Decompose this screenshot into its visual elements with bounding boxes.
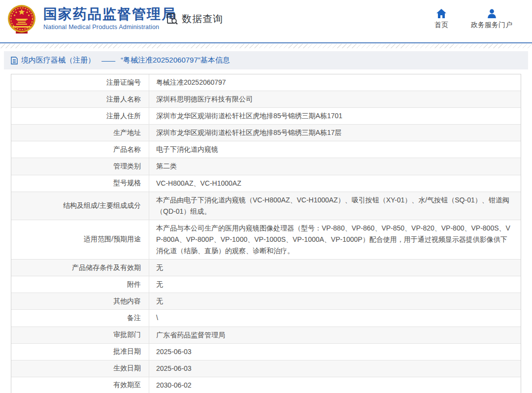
row-label: 有效期至 bbox=[11, 377, 149, 393]
row-value: 2025-06-03 bbox=[149, 344, 521, 360]
breadcrumb-title: “粤械注准20252060797”基本信息 bbox=[121, 56, 230, 65]
content-panel: 境内医疗器械（注册） —— “粤械注准20252060797”基本信息 注册证编… bbox=[4, 51, 528, 393]
row-label-text: 管理类别 bbox=[113, 162, 141, 171]
nav-item-portal[interactable]: 政务服务门户 bbox=[471, 9, 512, 30]
org-title-block: 国家药品监督管理局 National Medical Products Admi… bbox=[43, 6, 176, 31]
row-value-text: 深圳科思明德医疗科技有限公司 bbox=[156, 94, 253, 105]
table-row: 审批部门广东省药品监督管理局 bbox=[11, 327, 521, 344]
table-row: 型号规格VC-H800AZ、VC-H1000AZ bbox=[11, 175, 521, 192]
table-row: 注册证编号粤械注准20252060797 bbox=[11, 74, 521, 91]
table-row: 注册人名称深圳科思明德医疗科技有限公司 bbox=[11, 91, 521, 108]
home-icon bbox=[436, 9, 446, 18]
row-value: 深圳市龙华区观湖街道松轩社区虎地排85号锦绣三期A栋17层 bbox=[149, 125, 521, 141]
row-label: 适用范围/预期用途 bbox=[11, 220, 149, 259]
row-value-text: 无 bbox=[156, 262, 163, 273]
row-value-text: 本产品由电子下消化道内窥镜（VC-H800AZ、VC-H1000AZ）、吸引按钮… bbox=[156, 195, 512, 217]
table-row: 产品名称电子下消化道内窥镜 bbox=[11, 141, 521, 158]
table-row: 适用范围/预期用途本产品与本公司生产的医用内窥镜图像处理器（型号：VP-880、… bbox=[11, 220, 521, 260]
row-label: 注册人名称 bbox=[11, 91, 149, 107]
row-value-text: \ bbox=[156, 312, 158, 324]
site-header: 国家药品监督管理局 National Medical Products Admi… bbox=[0, 0, 532, 43]
document-icon bbox=[11, 57, 18, 65]
nav-home-label: 首页 bbox=[434, 21, 448, 30]
row-value-text: 第二类 bbox=[156, 161, 177, 172]
row-label-text: 批准日期 bbox=[113, 347, 141, 356]
row-value: 本产品与本公司生产的医用内窥镜图像处理器（型号：VP-880、VP-860、VP… bbox=[149, 220, 521, 259]
row-label: 审批部门 bbox=[11, 327, 149, 343]
row-value-text: 2030-06-02 bbox=[156, 380, 192, 391]
table-row: 有效期至2030-06-02 bbox=[11, 377, 521, 393]
table-row: 批准日期2025-06-03 bbox=[11, 344, 521, 360]
header-nav: 首页 政务服务门户 bbox=[434, 9, 512, 30]
row-value: \ bbox=[149, 310, 521, 326]
data-query-entry[interactable]: 数据查询 bbox=[166, 12, 223, 26]
breadcrumb-separator: —— bbox=[101, 56, 114, 65]
row-label-text: 有效期至 bbox=[113, 381, 141, 390]
row-label-text: 产品储存条件及有效期 bbox=[72, 263, 141, 272]
table-row: 附件无 bbox=[11, 276, 521, 293]
row-value-text: 无 bbox=[156, 295, 163, 307]
row-label-text: 型号规格 bbox=[113, 179, 141, 188]
row-label: 附件 bbox=[11, 276, 149, 293]
document-search-icon bbox=[166, 12, 179, 26]
row-label-text: 注册人住所 bbox=[106, 112, 141, 121]
user-icon bbox=[487, 9, 497, 18]
table-row: 注册人住所深圳市龙华区观湖街道松轩社区虎地排85号锦绣三期A栋1701 bbox=[11, 108, 521, 125]
row-value-text: 本产品与本公司生产的医用内窥镜图像处理器（型号：VP-880、VP-860、VP… bbox=[156, 223, 512, 257]
row-label: 注册人住所 bbox=[11, 108, 149, 124]
row-label: 批准日期 bbox=[11, 344, 149, 360]
row-value-text: 粤械注准20252060797 bbox=[156, 77, 226, 88]
row-label-text: 附件 bbox=[127, 280, 141, 289]
row-value: VC-H800AZ、VC-H1000AZ bbox=[149, 175, 521, 192]
data-query-label: 数据查询 bbox=[182, 12, 223, 26]
row-label: 结构及组成/主要组成成分 bbox=[11, 192, 149, 220]
row-label: 生效日期 bbox=[11, 360, 149, 377]
org-name-zh: 国家药品监督管理局 bbox=[43, 6, 176, 22]
table-row: 其他内容无 bbox=[11, 293, 521, 310]
row-value: 2025-06-03 bbox=[149, 360, 521, 377]
nav-portal-label: 政务服务门户 bbox=[471, 21, 512, 30]
row-value: 无 bbox=[149, 293, 521, 309]
row-value: 第二类 bbox=[149, 158, 521, 174]
row-label-text: 其他内容 bbox=[113, 297, 141, 306]
row-label-text: 生产地址 bbox=[113, 129, 141, 137]
row-label-text: 备注 bbox=[127, 314, 141, 323]
row-label-text: 产品名称 bbox=[113, 145, 141, 154]
row-value-text: VC-H800AZ、VC-H1000AZ bbox=[156, 178, 241, 189]
table-row: 管理类别第二类 bbox=[11, 158, 521, 175]
row-value: 无 bbox=[149, 276, 521, 293]
row-value: 深圳科思明德医疗科技有限公司 bbox=[149, 91, 521, 107]
row-value-text: 电子下消化道内窥镜 bbox=[156, 144, 218, 155]
table-row: 备注\ bbox=[11, 310, 521, 327]
org-name-en: National Medical Products Administration bbox=[43, 24, 176, 31]
row-label: 注册证编号 bbox=[11, 74, 149, 91]
row-value-text: 2025-06-03 bbox=[156, 346, 192, 358]
registration-info-table: 注册证编号粤械注准20252060797注册人名称深圳科思明德医疗科技有限公司注… bbox=[11, 74, 521, 393]
row-label: 产品储存条件及有效期 bbox=[11, 260, 149, 276]
national-emblem-logo bbox=[6, 4, 37, 35]
nav-item-home[interactable]: 首页 bbox=[434, 9, 448, 30]
row-label: 生产地址 bbox=[11, 125, 149, 141]
row-value-text: 广东省药品监督管理局 bbox=[156, 329, 225, 341]
row-value: 电子下消化道内窥镜 bbox=[149, 141, 521, 158]
breadcrumb: 境内医疗器械（注册） —— “粤械注准20252060797”基本信息 bbox=[4, 51, 528, 69]
row-label: 其他内容 bbox=[11, 293, 149, 309]
row-label-text: 结构及组成/主要组成成分 bbox=[63, 201, 141, 210]
row-label-text: 注册人名称 bbox=[106, 95, 141, 104]
hatched-divider bbox=[0, 44, 532, 48]
table-row: 生效日期2025-06-03 bbox=[11, 360, 521, 377]
row-value: 深圳市龙华区观湖街道松轩社区虎地排85号锦绣三期A栋1701 bbox=[149, 108, 521, 124]
row-value: 本产品由电子下消化道内窥镜（VC-H800AZ、VC-H1000AZ）、吸引按钮… bbox=[149, 192, 521, 220]
breadcrumb-category[interactable]: 境内医疗器械（注册） bbox=[21, 56, 95, 65]
row-value: 2030-06-02 bbox=[149, 377, 521, 393]
table-row: 结构及组成/主要组成成分本产品由电子下消化道内窥镜（VC-H800AZ、VC-H… bbox=[11, 192, 521, 220]
row-label-text: 生效日期 bbox=[113, 364, 141, 373]
row-value: 粤械注准20252060797 bbox=[149, 74, 521, 91]
row-value: 广东省药品监督管理局 bbox=[149, 327, 521, 343]
row-label: 型号规格 bbox=[11, 175, 149, 192]
table-row: 生产地址深圳市龙华区观湖街道松轩社区虎地排85号锦绣三期A栋17层 bbox=[11, 125, 521, 141]
table-row: 产品储存条件及有效期无 bbox=[11, 260, 521, 276]
row-value-text: 深圳市龙华区观湖街道松轩社区虎地排85号锦绣三期A栋1701 bbox=[156, 110, 342, 122]
row-value-text: 无 bbox=[156, 279, 163, 290]
row-label: 管理类别 bbox=[11, 158, 149, 174]
